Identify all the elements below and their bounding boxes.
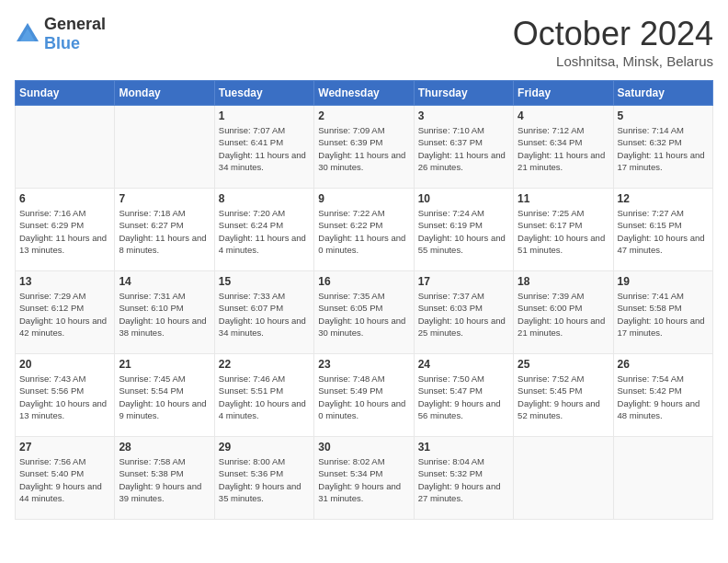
cell-daylight-info: Sunrise: 7:10 AM Sunset: 6:37 PM Dayligh… — [418, 124, 509, 173]
calendar-cell: 8Sunrise: 7:20 AM Sunset: 6:24 PM Daylig… — [214, 189, 313, 271]
cell-daylight-info: Sunrise: 7:31 AM Sunset: 6:10 PM Dayligh… — [119, 290, 210, 339]
cell-daylight-info: Sunrise: 7:09 AM Sunset: 6:39 PM Dayligh… — [318, 124, 409, 173]
day-number: 13 — [19, 275, 110, 288]
calendar-week-row: 27Sunrise: 7:56 AM Sunset: 5:40 PM Dayli… — [16, 437, 713, 520]
day-number: 23 — [318, 358, 409, 371]
cell-daylight-info: Sunrise: 7:07 AM Sunset: 6:41 PM Dayligh… — [219, 124, 310, 173]
calendar-cell: 18Sunrise: 7:39 AM Sunset: 6:00 PM Dayli… — [514, 271, 613, 354]
calendar-cell: 17Sunrise: 7:37 AM Sunset: 6:03 PM Dayli… — [414, 271, 513, 354]
calendar-cell: 23Sunrise: 7:48 AM Sunset: 5:49 PM Dayli… — [314, 354, 414, 437]
cell-daylight-info: Sunrise: 7:41 AM Sunset: 5:58 PM Dayligh… — [618, 290, 709, 339]
calendar-cell: 20Sunrise: 7:43 AM Sunset: 5:56 PM Dayli… — [16, 354, 115, 437]
calendar-cell: 25Sunrise: 7:52 AM Sunset: 5:45 PM Dayli… — [514, 354, 613, 437]
cell-daylight-info: Sunrise: 7:33 AM Sunset: 6:07 PM Dayligh… — [219, 290, 310, 339]
calendar-cell — [514, 437, 613, 520]
calendar-cell: 1Sunrise: 7:07 AM Sunset: 6:41 PM Daylig… — [214, 106, 313, 189]
page-header: General Blue October 2024 Loshnitsa, Min… — [15, 15, 713, 69]
calendar-table: SundayMondayTuesdayWednesdayThursdayFrid… — [15, 80, 713, 520]
day-number: 5 — [618, 109, 709, 122]
cell-daylight-info: Sunrise: 7:39 AM Sunset: 6:00 PM Dayligh… — [518, 290, 609, 339]
cell-daylight-info: Sunrise: 8:00 AM Sunset: 5:36 PM Dayligh… — [219, 455, 310, 504]
calendar-cell: 7Sunrise: 7:18 AM Sunset: 6:27 PM Daylig… — [115, 189, 214, 271]
calendar-cell: 29Sunrise: 8:00 AM Sunset: 5:36 PM Dayli… — [214, 437, 313, 520]
calendar-cell: 21Sunrise: 7:45 AM Sunset: 5:54 PM Dayli… — [115, 354, 214, 437]
calendar-cell: 16Sunrise: 7:35 AM Sunset: 6:05 PM Dayli… — [314, 271, 414, 354]
day-number: 26 — [618, 358, 709, 371]
cell-daylight-info: Sunrise: 7:20 AM Sunset: 6:24 PM Dayligh… — [219, 207, 310, 256]
cell-daylight-info: Sunrise: 7:18 AM Sunset: 6:27 PM Dayligh… — [119, 207, 210, 256]
calendar-cell: 11Sunrise: 7:25 AM Sunset: 6:17 PM Dayli… — [514, 189, 613, 271]
cell-daylight-info: Sunrise: 7:52 AM Sunset: 5:45 PM Dayligh… — [518, 373, 609, 421]
day-number: 6 — [19, 192, 110, 205]
calendar-cell: 15Sunrise: 7:33 AM Sunset: 6:07 PM Dayli… — [214, 271, 313, 354]
cell-daylight-info: Sunrise: 7:25 AM Sunset: 6:17 PM Dayligh… — [518, 207, 609, 256]
day-number: 14 — [119, 275, 210, 288]
calendar-cell: 14Sunrise: 7:31 AM Sunset: 6:10 PM Dayli… — [115, 271, 214, 354]
calendar-cell: 19Sunrise: 7:41 AM Sunset: 5:58 PM Dayli… — [613, 271, 712, 354]
cell-daylight-info: Sunrise: 7:56 AM Sunset: 5:40 PM Dayligh… — [19, 455, 110, 504]
calendar-cell: 4Sunrise: 7:12 AM Sunset: 6:34 PM Daylig… — [514, 106, 613, 189]
calendar-cell: 12Sunrise: 7:27 AM Sunset: 6:15 PM Dayli… — [613, 189, 712, 271]
cell-daylight-info: Sunrise: 7:27 AM Sunset: 6:15 PM Dayligh… — [618, 207, 709, 256]
logo-blue: Blue — [44, 34, 80, 52]
calendar-cell: 31Sunrise: 8:04 AM Sunset: 5:32 PM Dayli… — [414, 437, 513, 520]
cell-daylight-info: Sunrise: 7:16 AM Sunset: 6:29 PM Dayligh… — [19, 207, 110, 256]
cell-daylight-info: Sunrise: 7:43 AM Sunset: 5:56 PM Dayligh… — [19, 373, 110, 421]
location: Loshnitsa, Minsk, Belarus — [513, 53, 713, 69]
day-number: 15 — [219, 275, 310, 288]
header-row: SundayMondayTuesdayWednesdayThursdayFrid… — [16, 81, 713, 106]
calendar-cell — [613, 437, 712, 520]
calendar-cell — [16, 106, 115, 189]
calendar-cell: 6Sunrise: 7:16 AM Sunset: 6:29 PM Daylig… — [16, 189, 115, 271]
logo-icon — [15, 21, 40, 47]
day-number: 18 — [518, 275, 609, 288]
day-number: 16 — [318, 275, 409, 288]
logo: General Blue — [15, 15, 106, 53]
cell-daylight-info: Sunrise: 7:14 AM Sunset: 6:32 PM Dayligh… — [618, 124, 709, 173]
weekday-header: Friday — [514, 81, 613, 106]
day-number: 2 — [318, 109, 409, 122]
day-number: 31 — [418, 441, 509, 454]
cell-daylight-info: Sunrise: 7:35 AM Sunset: 6:05 PM Dayligh… — [318, 290, 409, 339]
weekday-header: Saturday — [613, 81, 712, 106]
calendar-cell: 9Sunrise: 7:22 AM Sunset: 6:22 PM Daylig… — [314, 189, 414, 271]
calendar-cell: 10Sunrise: 7:24 AM Sunset: 6:19 PM Dayli… — [414, 189, 513, 271]
day-number: 10 — [418, 192, 509, 205]
logo-general: General — [44, 15, 106, 33]
day-number: 24 — [418, 358, 509, 371]
day-number: 28 — [119, 441, 210, 454]
calendar-week-row: 20Sunrise: 7:43 AM Sunset: 5:56 PM Dayli… — [16, 354, 713, 437]
cell-daylight-info: Sunrise: 7:24 AM Sunset: 6:19 PM Dayligh… — [418, 207, 509, 256]
calendar-cell: 5Sunrise: 7:14 AM Sunset: 6:32 PM Daylig… — [613, 106, 712, 189]
day-number: 22 — [219, 358, 310, 371]
calendar-week-row: 6Sunrise: 7:16 AM Sunset: 6:29 PM Daylig… — [16, 189, 713, 271]
calendar-cell: 13Sunrise: 7:29 AM Sunset: 6:12 PM Dayli… — [16, 271, 115, 354]
calendar-cell — [115, 106, 214, 189]
day-number: 11 — [518, 192, 609, 205]
cell-daylight-info: Sunrise: 7:45 AM Sunset: 5:54 PM Dayligh… — [119, 373, 210, 421]
calendar-cell: 24Sunrise: 7:50 AM Sunset: 5:47 PM Dayli… — [414, 354, 513, 437]
day-number: 20 — [19, 358, 110, 371]
calendar-cell: 28Sunrise: 7:58 AM Sunset: 5:38 PM Dayli… — [115, 437, 214, 520]
weekday-header: Tuesday — [214, 81, 313, 106]
calendar-cell: 22Sunrise: 7:46 AM Sunset: 5:51 PM Dayli… — [214, 354, 313, 437]
cell-daylight-info: Sunrise: 7:37 AM Sunset: 6:03 PM Dayligh… — [418, 290, 509, 339]
calendar-cell: 30Sunrise: 8:02 AM Sunset: 5:34 PM Dayli… — [314, 437, 414, 520]
weekday-header: Thursday — [414, 81, 513, 106]
weekday-header: Wednesday — [314, 81, 414, 106]
day-number: 21 — [119, 358, 210, 371]
cell-daylight-info: Sunrise: 7:12 AM Sunset: 6:34 PM Dayligh… — [518, 124, 609, 173]
cell-daylight-info: Sunrise: 7:50 AM Sunset: 5:47 PM Dayligh… — [418, 373, 509, 421]
day-number: 7 — [119, 192, 210, 205]
logo-text: General Blue — [44, 15, 106, 53]
day-number: 29 — [219, 441, 310, 454]
calendar-cell: 27Sunrise: 7:56 AM Sunset: 5:40 PM Dayli… — [16, 437, 115, 520]
cell-daylight-info: Sunrise: 7:29 AM Sunset: 6:12 PM Dayligh… — [19, 290, 110, 339]
cell-daylight-info: Sunrise: 8:02 AM Sunset: 5:34 PM Dayligh… — [318, 455, 409, 504]
day-number: 8 — [219, 192, 310, 205]
day-number: 17 — [418, 275, 509, 288]
calendar-week-row: 1Sunrise: 7:07 AM Sunset: 6:41 PM Daylig… — [16, 106, 713, 189]
day-number: 12 — [618, 192, 709, 205]
cell-daylight-info: Sunrise: 8:04 AM Sunset: 5:32 PM Dayligh… — [418, 455, 509, 504]
day-number: 25 — [518, 358, 609, 371]
